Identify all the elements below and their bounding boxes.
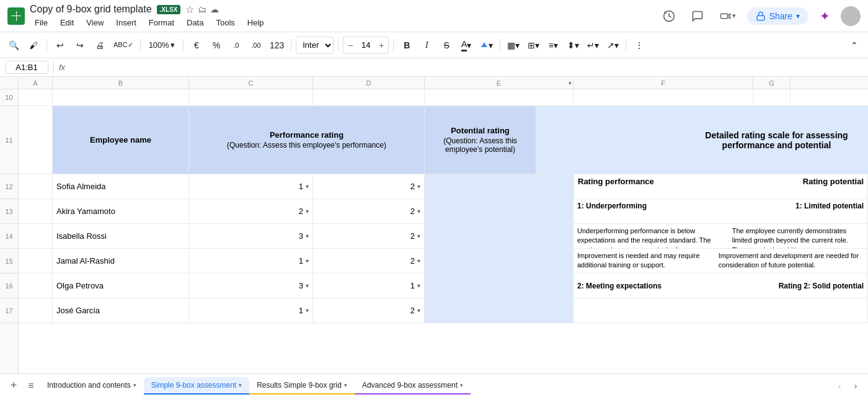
tab-advanced-arrow[interactable]: ▾: [460, 382, 463, 388]
cell-d16-pot[interactable]: 1 ▾: [313, 274, 425, 298]
cell-c17-perf[interactable]: 1 ▾: [189, 298, 313, 323]
cell-a12[interactable]: [19, 174, 53, 198]
tab-introduction[interactable]: Introduction and contents ▾: [40, 377, 144, 395]
pot-dropdown-5[interactable]: ▾: [417, 307, 420, 314]
cell-a15[interactable]: [19, 249, 53, 273]
cell-a16[interactable]: [19, 274, 53, 298]
font-size-decrease[interactable]: −: [343, 37, 357, 53]
cell-f14-desc1[interactable]: Underperforming performance is below exp…: [574, 224, 868, 248]
folder-icon[interactable]: 🗂: [198, 4, 206, 14]
meet-icon[interactable]: ▾: [715, 5, 741, 27]
tab-simple-arrow[interactable]: ▾: [239, 382, 242, 388]
cell-d17-pot[interactable]: 2 ▾: [313, 298, 425, 323]
cell-b12-name[interactable]: Sofia Almeida: [53, 174, 189, 198]
pot-dropdown-1[interactable]: ▾: [417, 208, 420, 215]
history-icon[interactable]: [658, 5, 680, 27]
cell-d14-pot[interactable]: 2 ▾: [313, 224, 425, 248]
perf-dropdown-1[interactable]: ▾: [306, 208, 309, 215]
merge-button[interactable]: ⊞▾: [525, 37, 542, 54]
align-v-button[interactable]: ⬍▾: [564, 37, 582, 54]
perf-dropdown-4[interactable]: ▾: [306, 282, 309, 289]
paint-format-button[interactable]: 🖌: [25, 37, 42, 54]
cell-f13-perf1[interactable]: 1: Underperforming 1: Limited potential: [574, 199, 868, 223]
cell-c12-perf[interactable]: 1 ▾: [189, 174, 313, 198]
currency-button[interactable]: €: [188, 37, 205, 54]
cell-a13[interactable]: [19, 199, 53, 223]
cell-b15-name[interactable]: Jamal Al-Rashid: [53, 249, 189, 273]
pot-dropdown-4[interactable]: ▾: [417, 282, 420, 289]
print-button[interactable]: 🖨: [91, 37, 108, 54]
cell-f11-right-title[interactable]: Detailed rating scale for assessing perf…: [685, 106, 868, 174]
spell-check-button[interactable]: ABC✓: [111, 37, 136, 54]
fill-color-button[interactable]: ▾: [477, 37, 495, 54]
cell-h10[interactable]: [790, 89, 868, 105]
cell-c16-perf[interactable]: 3 ▾: [189, 274, 313, 298]
cell-f15-desc2[interactable]: Improvement is needed and may require ad…: [574, 249, 868, 273]
percent-button[interactable]: %: [208, 37, 225, 54]
font-selector[interactable]: Inter: [296, 37, 334, 54]
cell-d10[interactable]: [313, 89, 425, 105]
cell-g10[interactable]: [753, 89, 790, 105]
cell-a17[interactable]: [19, 298, 53, 323]
tab-intro-arrow[interactable]: ▾: [133, 382, 136, 388]
cell-f12-rating-headers[interactable]: Rating performance Rating potential: [574, 174, 868, 198]
cell-e10[interactable]: [425, 89, 574, 105]
tab-simple-assessment[interactable]: Simple 9-box assessment ▾: [144, 377, 249, 395]
cell-c13-perf[interactable]: 2 ▾: [189, 199, 313, 223]
perf-dropdown-2[interactable]: ▾: [306, 233, 309, 239]
cell-a11[interactable]: [19, 106, 53, 174]
borders-button[interactable]: ▦▾: [505, 37, 522, 54]
cell-a14[interactable]: [19, 224, 53, 248]
cell-reference[interactable]: [5, 61, 48, 74]
cell-e11-empty[interactable]: [536, 106, 685, 174]
format-num-button[interactable]: 123: [267, 37, 286, 54]
undo-button[interactable]: ↩: [51, 37, 69, 54]
gemini-icon[interactable]: ✦: [815, 6, 835, 26]
strikethrough-button[interactable]: S: [438, 37, 455, 54]
italic-button[interactable]: I: [418, 37, 435, 54]
cell-f10[interactable]: [574, 89, 753, 105]
menu-edit[interactable]: Edit: [55, 17, 79, 29]
cell-d13-pot[interactable]: 2 ▾: [313, 199, 425, 223]
star-icon[interactable]: ☆: [185, 4, 194, 16]
menu-help[interactable]: Help: [242, 17, 269, 29]
cell-b10[interactable]: [53, 89, 189, 105]
wrap-button[interactable]: ↵▾: [584, 37, 601, 54]
cell-c10[interactable]: [189, 89, 313, 105]
cell-b16-name[interactable]: Olga Petrova: [53, 274, 189, 298]
menu-tools[interactable]: Tools: [211, 17, 239, 29]
cell-e13[interactable]: [425, 199, 574, 223]
sheet-menu-button[interactable]: ≡: [22, 377, 40, 395]
formula-input[interactable]: [70, 63, 863, 72]
menu-data[interactable]: Data: [182, 17, 208, 29]
share-button[interactable]: Share ▾: [747, 7, 808, 25]
zoom-control[interactable]: 100% ▾: [145, 39, 179, 51]
cell-e17[interactable]: [425, 298, 574, 323]
tab-advanced[interactable]: Advanced 9-box assessment ▾: [355, 377, 471, 395]
font-size-input[interactable]: 14: [357, 40, 374, 50]
collapse-button[interactable]: ⌃: [846, 37, 863, 54]
cell-b17-name[interactable]: José García: [53, 298, 189, 323]
cell-e12[interactable]: [425, 174, 574, 198]
menu-file[interactable]: File: [30, 17, 53, 29]
pot-dropdown-3[interactable]: ▾: [417, 257, 420, 264]
decimal-inc-button[interactable]: .00: [247, 37, 265, 54]
cell-f16-rating2[interactable]: 2: Meeting expectations Rating 2: Solid …: [574, 274, 868, 298]
cell-d11-potential-header[interactable]: Potential rating (Question: Assess this …: [425, 106, 536, 174]
cell-c15-perf[interactable]: 1 ▾: [189, 249, 313, 273]
add-sheet-button[interactable]: +: [5, 377, 22, 395]
align-h-button[interactable]: ≡▾: [544, 37, 562, 54]
text-color-button[interactable]: A▾: [458, 37, 475, 54]
tab-results-arrow[interactable]: ▾: [344, 382, 347, 388]
perf-dropdown-0[interactable]: ▾: [306, 183, 309, 190]
cell-f17[interactable]: [574, 298, 868, 323]
tab-results[interactable]: Results Simple 9-box grid ▾: [249, 377, 355, 395]
cell-d12-pot[interactable]: 2 ▾: [313, 174, 425, 198]
cell-a10[interactable]: [19, 89, 53, 105]
cell-c11-performance-header[interactable]: Performance rating (Question: Assess thi…: [189, 106, 425, 174]
cell-d15-pot[interactable]: 2 ▾: [313, 249, 425, 273]
pot-dropdown-2[interactable]: ▾: [417, 233, 420, 239]
menu-format[interactable]: Format: [144, 17, 179, 29]
perf-dropdown-3[interactable]: ▾: [306, 257, 309, 264]
tab-prev-button[interactable]: ‹: [832, 378, 847, 393]
